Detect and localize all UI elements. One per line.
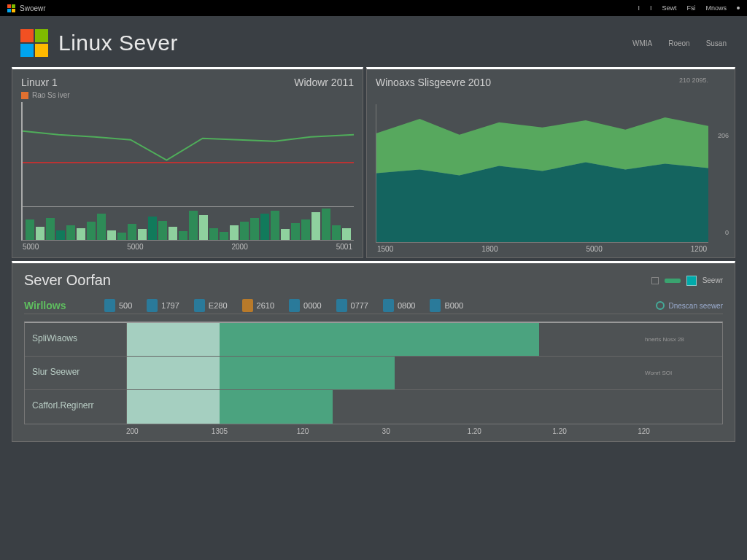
topbar-nav-2[interactable]: Sewt	[662, 4, 676, 12]
x-tick: 5000	[127, 243, 143, 251]
x-tick: 5000	[23, 243, 39, 251]
section-head: Sever Oorfan Seewr	[24, 272, 723, 289]
x-tick: 5000	[587, 245, 603, 253]
section-toggle[interactable]: Seewr	[651, 276, 723, 286]
topbar-nav-3[interactable]: Fsi	[686, 4, 695, 12]
svg-marker-2	[376, 163, 708, 242]
section-overview: Sever Oorfan Seewr Wirllows 500 1797 E28…	[12, 261, 735, 442]
header-nav: WMIA Roeon Susan	[632, 39, 727, 47]
stat-value: B000	[444, 301, 463, 310]
section-title: Sever Oorfan	[24, 272, 111, 289]
meta: 2095.	[692, 77, 708, 84]
hbar-row: Cafforl.Reginerr	[25, 390, 722, 424]
topbar-brand: Swoewr	[7, 4, 46, 12]
hbar-chart: SpliWiaows hnerts Nosx 28 Slur Seewer Wo…	[24, 322, 723, 424]
chart2-xaxis: 1500 1800 5000 1200	[376, 243, 708, 253]
hbar-track	[127, 390, 642, 424]
hbar-label: Slur Seewer	[25, 357, 127, 389]
chart-combo	[21, 102, 354, 241]
checkbox-icon[interactable]	[651, 277, 659, 284]
toggle-label: Seewr	[703, 276, 723, 284]
chart-panels: Linuxr 1 Widowr 2011 Rao Ss iver	[12, 67, 735, 258]
brand: Linux Sever	[20, 29, 178, 57]
topbar-nav-4[interactable]: Mnows	[705, 4, 727, 12]
hbar-note: hnerts Nosx 28	[642, 323, 722, 356]
stat-item[interactable]: 0000	[289, 299, 321, 312]
x-tick: 1500	[377, 245, 393, 253]
hbar-row: SpliWiaows hnerts Nosx 28	[25, 323, 722, 357]
chart-area: 206 0	[376, 104, 708, 243]
server-icon	[686, 276, 697, 286]
x-tick: 2000	[232, 243, 248, 251]
stat-item[interactable]: 0800	[383, 299, 415, 312]
legend-label: Rao Ss iver	[32, 91, 70, 99]
stat-end-label: Dnescan seewer	[669, 302, 723, 310]
hbar-label: Cafforl.Reginerr	[25, 390, 127, 424]
panel-linux-head: Linuxr 1 Widowr 2011	[21, 77, 354, 88]
chart-bars	[26, 207, 351, 240]
stat-item[interactable]: 500	[104, 299, 132, 312]
topbar-nav-0[interactable]: I	[638, 4, 640, 12]
stat-item[interactable]: 0777	[336, 299, 368, 312]
window-topbar: Swoewr I I Sewt Fsi Mnows	[0, 0, 747, 16]
header-nav-0[interactable]: WMIA	[632, 39, 652, 47]
drive-icon	[104, 299, 115, 312]
stat-value: 0000	[303, 301, 321, 310]
panel-linux: Linuxr 1 Widowr 2011 Rao Ss iver	[12, 67, 363, 258]
stat-row: Wirllows 500 1797 E280 2610 0000 0777 08…	[24, 299, 723, 314]
stat-value: 0800	[398, 301, 415, 310]
windows-icon	[7, 4, 15, 12]
panel-windows: Winoaxs Slisgeevre 2010 210 2095. 206 0 …	[366, 67, 735, 258]
stat-value: 1797	[161, 301, 179, 310]
stat-value: E280	[209, 301, 228, 310]
topbar-nav: I I Sewt Fsi Mnows	[638, 4, 740, 12]
status-ring-icon	[656, 301, 665, 310]
panel-windows-head: Winoaxs Slisgeevre 2010 210 2095.	[376, 77, 708, 88]
stat-item[interactable]: E280	[194, 299, 228, 312]
panel-linux-title-left: Linuxr 1	[21, 77, 58, 88]
hbar-track	[127, 323, 642, 356]
stat-item[interactable]: 1797	[147, 299, 179, 312]
header-nav-2[interactable]: Susan	[706, 39, 727, 47]
hbar-note: Wonrt SOI	[642, 357, 722, 389]
x-tick: 120	[297, 427, 382, 435]
stat-os-label: Wirllows	[24, 300, 90, 311]
drive-icon	[194, 299, 205, 312]
header-nav-1[interactable]: Roeon	[668, 39, 689, 47]
hbar-track	[127, 357, 642, 389]
legend-swatch-icon	[21, 92, 28, 99]
x-tick: 200	[126, 427, 212, 435]
stat-item[interactable]: B000	[430, 299, 463, 312]
drive-icon	[383, 299, 394, 312]
hbar-xaxis: 200 1305 120 30 1.20 1.20 120	[24, 424, 723, 435]
x-tick: 1.20	[552, 427, 638, 435]
hbar-label: SpliWiaows	[25, 323, 127, 356]
chart1-xaxis: 5000 5000 2000 5001	[21, 241, 354, 251]
topbar-nav-1[interactable]: I	[650, 4, 652, 12]
y-tick-top: 206	[718, 132, 729, 139]
x-tick: 1200	[691, 245, 707, 253]
panel-linux-legend: Rao Ss iver	[21, 91, 354, 99]
drive-icon	[242, 299, 253, 312]
hbar-note	[642, 390, 722, 424]
meta: 210	[679, 77, 690, 84]
page-header: Linux Sever WMIA Roeon Susan	[0, 16, 747, 67]
page-title: Linux Sever	[58, 31, 178, 55]
topbar-menu-icon[interactable]	[737, 7, 740, 9]
x-tick: 1.20	[467, 427, 552, 435]
stat-value: 500	[119, 301, 132, 310]
drive-icon	[147, 299, 158, 312]
app-label: Swoewr	[20, 4, 46, 12]
stat-item[interactable]: 2610	[242, 299, 274, 312]
stat-value: 2610	[257, 301, 274, 310]
x-tick: 120	[638, 427, 723, 435]
x-tick: 5001	[336, 243, 352, 251]
threshold-line	[23, 162, 354, 163]
windows-logo-icon	[20, 29, 48, 57]
stat-end[interactable]: Dnescan seewer	[656, 301, 723, 310]
x-tick: 1800	[481, 245, 498, 253]
toggle-icon[interactable]	[665, 279, 681, 283]
panel-windows-title: Winoaxs Slisgeevre 2010	[376, 77, 491, 88]
hbar-row: Slur Seewer Wonrt SOI	[25, 357, 722, 390]
stat-value: 0777	[351, 301, 368, 310]
